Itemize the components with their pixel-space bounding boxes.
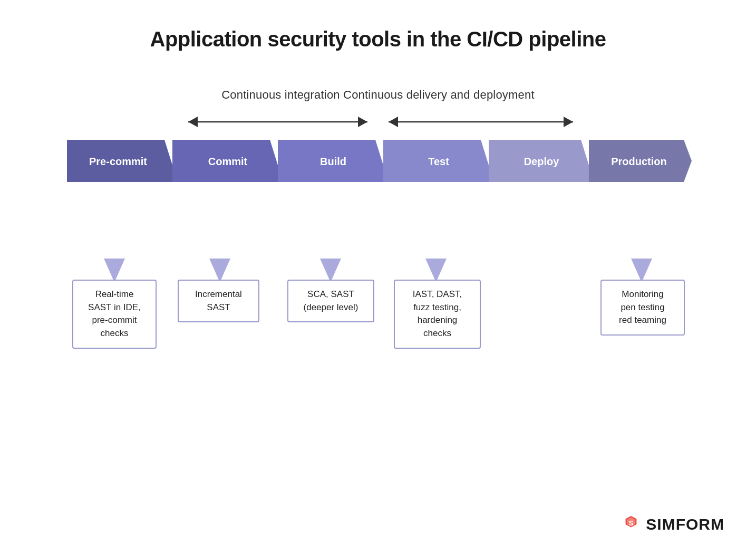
connectors-svg	[62, 259, 694, 417]
svg-marker-1	[188, 117, 198, 127]
svg-marker-22	[631, 259, 652, 282]
svg-marker-21	[425, 259, 447, 282]
svg-text:Commit: Commit	[208, 156, 248, 167]
svg-marker-4	[389, 117, 398, 127]
svg-marker-18	[104, 259, 125, 282]
arrows-container	[0, 109, 756, 135]
svg-text:Test: Test	[428, 156, 449, 167]
pipeline-container: Pre-commit Commit Build Test Deploy Prod…	[62, 135, 694, 189]
svg-text:Production: Production	[611, 156, 667, 167]
simform-icon: S	[621, 514, 642, 535]
simform-text: SIMFORM	[646, 515, 724, 533]
card-test: IAST, DAST,fuzz testing,hardeningchecks	[394, 280, 481, 349]
svg-text:Pre-commit: Pre-commit	[89, 156, 147, 167]
svg-marker-5	[564, 117, 573, 127]
simform-logo: S SIMFORM	[621, 514, 724, 535]
arrows-svg	[178, 109, 578, 135]
cards-area: Real-timeSAST in IDE,pre-commitchecks In…	[62, 259, 694, 419]
svg-text:Deploy: Deploy	[524, 156, 560, 167]
card-production: Monitoringpen testingred teaming	[600, 280, 685, 336]
cicd-label: Continuous integration Continuous delive…	[0, 88, 756, 102]
page-title: Application security tools in the CI/CD …	[0, 0, 756, 51]
svg-marker-19	[209, 259, 230, 282]
pipeline-svg: Pre-commit Commit Build Test Deploy Prod…	[62, 135, 694, 187]
card-build: SCA, SAST(deeper level)	[287, 280, 374, 322]
svg-text:Build: Build	[320, 156, 346, 167]
card-commit: IncrementalSAST	[178, 280, 259, 322]
svg-text:S: S	[629, 519, 634, 527]
svg-marker-2	[358, 117, 367, 127]
card-pre-commit: Real-timeSAST in IDE,pre-commitchecks	[72, 280, 157, 349]
svg-marker-20	[320, 259, 341, 282]
